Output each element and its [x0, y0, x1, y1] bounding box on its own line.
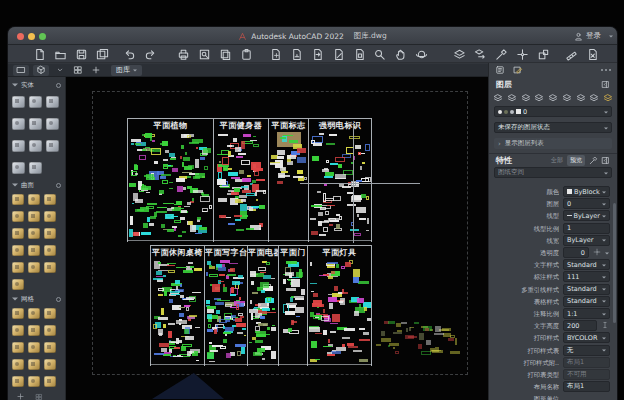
transparency-icon[interactable] — [593, 248, 601, 256]
palette-tool-button[interactable] — [28, 359, 40, 370]
block-insert-button[interactable] — [536, 47, 550, 61]
palette-tool-button[interactable] — [44, 308, 56, 319]
palette-section-header[interactable]: 网格 — [8, 293, 65, 305]
redo-arrow-button[interactable] — [143, 47, 157, 61]
palette-tool-button[interactable] — [44, 211, 56, 222]
layer-tool-button[interactable] — [507, 93, 517, 103]
plus-icon[interactable] — [16, 392, 25, 400]
palette-tool-button[interactable] — [28, 211, 40, 222]
section-options-icon[interactable] — [56, 83, 61, 88]
palette-tool-button[interactable] — [12, 96, 25, 108]
property-select[interactable]: 1:1 — [563, 308, 610, 319]
plus-button[interactable] — [89, 65, 103, 76]
palette-tool-button[interactable] — [28, 245, 40, 256]
design-tool-icon[interactable] — [513, 65, 523, 75]
palette-tool-button[interactable] — [12, 308, 24, 319]
layer-tool-button[interactable] — [493, 93, 503, 103]
property-select[interactable]: 111 — [563, 271, 610, 282]
layer-tool-button[interactable] — [562, 93, 572, 103]
copy-clip-button[interactable] — [218, 47, 232, 61]
open-folder-button[interactable] — [53, 47, 67, 61]
palette-tool-button[interactable] — [12, 325, 24, 336]
palette-tool-button[interactable] — [12, 211, 24, 222]
property-input[interactable]: 1 — [563, 223, 610, 234]
save-button[interactable] — [74, 47, 88, 61]
palette-tool-button[interactable] — [29, 140, 42, 152]
show-layer-list[interactable]: › 显示图层列表 — [494, 138, 612, 149]
zoom-button[interactable] — [39, 33, 46, 40]
property-select[interactable]: ByLayer — [563, 235, 610, 246]
layer-stack-button[interactable] — [452, 47, 466, 61]
grip-icon[interactable] — [35, 393, 43, 400]
palette-tool-button[interactable] — [44, 359, 56, 370]
property-select[interactable]: Standard — [563, 284, 610, 295]
property-select[interactable]: Standard — [563, 259, 610, 270]
palette-tool-button[interactable] — [29, 96, 42, 108]
palette-tool-button[interactable] — [12, 279, 24, 290]
cube-button[interactable] — [33, 65, 49, 76]
chevron-down-icon[interactable] — [605, 253, 609, 257]
doc-block-button[interactable] — [352, 47, 366, 61]
panel-collapse-icon[interactable] — [601, 156, 610, 165]
property-input[interactable]: 0 — [563, 247, 589, 258]
palette-tool-button[interactable] — [12, 118, 25, 130]
paste-clip-button[interactable] — [239, 47, 253, 61]
property-input[interactable]: 布局1 — [563, 381, 610, 392]
palette-tool-button[interactable] — [12, 194, 24, 205]
save-all-button[interactable] — [95, 47, 109, 61]
palette-tool-button[interactable] — [44, 342, 56, 353]
doc-export-button[interactable] — [310, 47, 324, 61]
caret-down-button[interactable] — [53, 65, 67, 76]
palette-section-header[interactable]: 实体 — [8, 79, 65, 91]
property-select[interactable]: 0 — [563, 198, 610, 209]
property-select[interactable]: ByLayer — [563, 210, 610, 221]
property-select[interactable]: Standard — [563, 296, 610, 307]
layer-state-dropdown[interactable]: 未保存的图层状态 — [494, 122, 612, 133]
property-select[interactable]: ByBlock — [563, 186, 610, 197]
section-options-icon[interactable] — [56, 183, 61, 188]
palette-tool-button[interactable] — [46, 96, 59, 108]
palette-tool-button[interactable] — [46, 118, 59, 130]
match-props-button[interactable] — [494, 47, 508, 61]
text-cursor-icon[interactable] — [601, 321, 609, 329]
palette-tool-button[interactable] — [46, 140, 59, 152]
layer-quick-select[interactable]: 0 — [494, 106, 612, 117]
titlebar[interactable]: Autodesk AutoCAD 2022 图库.dwg 登录 — [8, 27, 617, 45]
palette-tool-button[interactable] — [28, 376, 40, 387]
doc-edit-button[interactable] — [331, 47, 345, 61]
layer-tool-button[interactable] — [548, 93, 558, 103]
palette-tool-button[interactable] — [12, 262, 24, 273]
palette-tool-button[interactable] — [12, 359, 24, 370]
zoom-window-button[interactable] — [372, 47, 386, 61]
doc-new-button[interactable] — [268, 47, 282, 61]
palette-tool-button[interactable] — [28, 262, 40, 273]
property-select[interactable]: 无 — [563, 345, 610, 356]
orbit-button[interactable] — [414, 47, 428, 61]
palette-tool-button[interactable] — [44, 376, 56, 387]
viewport-button[interactable] — [13, 65, 29, 76]
minimize-button[interactable] — [28, 33, 35, 40]
purge-tool-button[interactable] — [585, 47, 599, 61]
palette-tool-button[interactable] — [12, 140, 25, 152]
titlebar-caret-icon[interactable] — [609, 36, 613, 40]
grid-button[interactable] — [71, 65, 85, 76]
match-props-icon[interactable] — [589, 156, 598, 165]
palette-tool-button[interactable] — [44, 194, 56, 205]
palette-tool-button[interactable] — [12, 376, 24, 387]
layer-tool-button[interactable] — [534, 93, 544, 103]
plot-printer-button[interactable] — [176, 47, 190, 61]
palette-tool-button[interactable] — [12, 342, 24, 353]
layer-tool-button[interactable] — [603, 93, 613, 103]
palette-tool-button[interactable] — [44, 228, 56, 239]
panel-doc-icon[interactable] — [495, 65, 505, 75]
palette-section-header[interactable]: 曲面 — [8, 179, 65, 191]
palette-tool-button[interactable] — [12, 228, 24, 239]
panel-scrollbar[interactable] — [613, 203, 616, 323]
layer-tool-button[interactable] — [589, 93, 599, 103]
layer-tool-button[interactable] — [576, 93, 586, 103]
palette-tool-button[interactable] — [12, 245, 24, 256]
palette-tool-button[interactable] — [28, 228, 40, 239]
palette-tool-button[interactable] — [44, 262, 56, 273]
close-button[interactable] — [17, 33, 24, 40]
palette-tool-button[interactable] — [28, 325, 40, 336]
